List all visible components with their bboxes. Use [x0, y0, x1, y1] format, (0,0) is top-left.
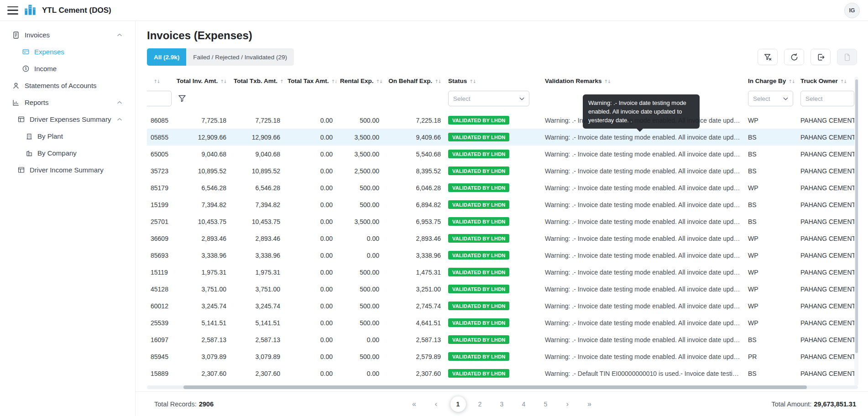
col-header-total-txb-amt[interactable]: Total Txb. Amt.↑↓	[230, 73, 284, 88]
cell-in-charge-by: WP	[744, 264, 797, 281]
col-header-total-tax-amt[interactable]: Total Tax Amt.↑↓	[284, 73, 336, 88]
cell-total-tax-amt: 0.00	[284, 196, 336, 213]
chevron-down-icon	[783, 97, 788, 100]
cell-total-txb-amt: 7,394.82	[230, 196, 284, 213]
cell-truck-owner: PAHANG CEMENT S	[797, 247, 858, 264]
cell-status: VALIDATED BY LHDN	[444, 314, 541, 331]
col-header-status[interactable]: Status↑↓	[444, 73, 541, 88]
cell-total-inv-amt: 7,725.18	[170, 112, 230, 129]
invoice-row[interactable]: 05855 12,909.66 12,909.66 0.00 3,500.00 …	[147, 129, 858, 146]
invoice-row[interactable]: 85945 3,079.89 3,079.89 0.00 500.00 2,57…	[147, 348, 858, 365]
tab-all[interactable]: All (2.9k)	[147, 48, 186, 66]
invoice-row[interactable]: 15119 1,975.31 1,975.31 0.00 500.00 1,47…	[147, 264, 858, 281]
status-badge: VALIDATED BY LHDN	[448, 150, 509, 158]
cell-rental-exp: 3,500.00	[336, 213, 383, 230]
status-badge: VALIDATED BY LHDN	[448, 116, 509, 125]
cell-on-behalf-exp: 9,409.66	[383, 129, 444, 146]
sidebar-item-driver-expenses-summary[interactable]: Driver Expenses Summary	[0, 111, 135, 128]
cell-rental-exp: 0.00	[336, 247, 383, 264]
cell-rental-exp: 3,500.00	[336, 129, 383, 146]
sidebar-item-driver-income-summary[interactable]: Driver Income Summary	[0, 161, 135, 178]
refresh-button[interactable]	[784, 49, 804, 65]
sidebar-item-income[interactable]: $ Income	[0, 60, 135, 77]
invoice-row[interactable]: 16097 2,587.13 2,587.13 0.00 0.00 2,587.…	[147, 331, 858, 348]
invoice-row[interactable]: 25539 5,141.51 5,141.51 0.00 500.00 4,64…	[147, 314, 858, 331]
sidebar-item-by-company[interactable]: By Company	[0, 145, 135, 161]
cell-in-charge-by: BS	[744, 196, 797, 213]
cell-total-tax-amt: 0.00	[284, 247, 336, 264]
validation-remark-tooltip: Warning: .- Invoice date testing mode en…	[583, 94, 700, 129]
col-header-truck-owner[interactable]: Truck Owner↑↓	[797, 73, 858, 88]
col-header-in-charge-by[interactable]: In Charge By↑↓	[744, 73, 797, 88]
filter-funnel-icon[interactable]	[178, 94, 187, 103]
invoice-row[interactable]: 45128 3,751.00 3,751.00 0.00 500.00 3,25…	[147, 281, 858, 297]
id-filter-input[interactable]	[147, 91, 172, 106]
status-badge: VALIDATED BY LHDN	[448, 251, 509, 260]
cell-rental-exp: 500.00	[336, 348, 383, 365]
invoice-row[interactable]: 25701 10,453.75 10,453.75 0.00 3,500.00 …	[147, 213, 858, 230]
filter-off-icon	[763, 53, 772, 62]
page-button-4[interactable]: 4	[516, 396, 532, 412]
sidebar: Invoices Expenses $ Income Statements of…	[0, 21, 136, 416]
user-avatar[interactable]: IG	[844, 3, 860, 18]
sort-icon: ↑↓	[220, 79, 226, 84]
page-button-5[interactable]: 5	[538, 396, 554, 412]
cell-total-tax-amt: 0.00	[284, 365, 336, 382]
cell-total-tax-amt: 0.00	[284, 297, 336, 314]
status-badge: VALIDATED BY LHDN	[448, 268, 509, 276]
col-header-rental-exp[interactable]: Rental Exp.↑↓	[336, 73, 383, 88]
previous-page-button[interactable]: ‹	[429, 396, 444, 412]
cell-total-txb-amt: 2,587.13	[230, 331, 284, 348]
status-badge: VALIDATED BY LHDN	[448, 200, 509, 209]
clear-filters-button[interactable]	[758, 49, 778, 65]
invoice-row[interactable]: 86085 7,725.18 7,725.18 0.00 500.00 7,22…	[147, 112, 858, 129]
cell-total-txb-amt: 1,975.31	[230, 264, 284, 281]
vertical-scrollbar-thumb[interactable]	[855, 79, 858, 353]
cell-total-txb-amt: 5,141.51	[230, 314, 284, 331]
col-header-total-inv-amt[interactable]: Total Inv. Amt.↑↓	[170, 73, 230, 88]
cell-total-txb-amt: 7,725.18	[230, 112, 284, 129]
sidebar-item-reports[interactable]: Reports	[0, 94, 135, 111]
horizontal-scrollbar[interactable]	[147, 385, 858, 389]
status-filter-select[interactable]: Select	[448, 91, 529, 106]
next-page-button[interactable]: ›	[560, 396, 575, 412]
tab-failed-rejected-invalidated[interactable]: Failed / Rejected / Invalidated (29)	[186, 48, 294, 66]
col-header-validation-remarks[interactable]: Validation Remarks↑↓	[541, 73, 744, 88]
cell-status: VALIDATED BY LHDN	[444, 112, 541, 129]
cell-invoice-id: 35723	[147, 162, 170, 179]
sidebar-item-statements-of-accounts[interactable]: Statements of Accounts	[0, 77, 135, 94]
cell-total-txb-amt: 2,893.46	[230, 230, 284, 247]
first-page-button[interactable]: «	[407, 396, 422, 412]
invoices-icon	[12, 31, 20, 39]
invoice-row[interactable]: 85179 6,546.28 6,546.28 0.00 500.00 6,04…	[147, 179, 858, 196]
invoice-row[interactable]: 60012 3,245.74 3,245.74 0.00 500.00 2,74…	[147, 297, 858, 314]
sidebar-item-expenses[interactable]: Expenses	[0, 43, 135, 60]
in-charge-by-filter-select[interactable]: Select	[748, 91, 793, 106]
col-header-id[interactable]: ↑↓	[147, 73, 170, 88]
truck-owner-filter-select[interactable]: Select	[800, 91, 854, 106]
invoice-row[interactable]: 36609 2,893.46 2,893.46 0.00 0.00 2,893.…	[147, 230, 858, 247]
sidebar-item-by-plant[interactable]: By Plant	[0, 128, 135, 145]
invoice-row[interactable]: 85693 3,338.96 3,338.96 0.00 0.00 3,338.…	[147, 247, 858, 264]
invoice-row[interactable]: 65005 9,040.68 9,040.68 0.00 3,500.00 5,…	[147, 146, 858, 162]
cell-total-inv-amt: 3,338.96	[170, 247, 230, 264]
page-button-1[interactable]: 1	[450, 396, 466, 412]
export-button[interactable]	[810, 49, 831, 65]
invoice-row[interactable]: 15199 7,394.82 7,394.82 0.00 500.00 6,89…	[147, 196, 858, 213]
invoice-row[interactable]: 35723 10,895.52 10,895.52 0.00 2,500.00 …	[147, 162, 858, 179]
cell-total-inv-amt: 2,587.13	[170, 331, 230, 348]
hamburger-menu-button[interactable]	[7, 6, 18, 15]
vertical-scrollbar[interactable]	[854, 77, 858, 386]
svg-text:$: $	[25, 67, 27, 71]
cell-truck-owner: PAHANG CEMENT S	[797, 281, 858, 297]
cell-total-txb-amt: 10,895.52	[230, 162, 284, 179]
last-page-button[interactable]: »	[582, 396, 597, 412]
invoice-row[interactable]: 15889 2,307.60 2,307.60 0.00 0.00 2,307.…	[147, 365, 858, 382]
page-button-3[interactable]: 3	[494, 396, 510, 412]
sidebar-item-invoices[interactable]: Invoices	[0, 26, 135, 43]
cell-total-inv-amt: 2,893.46	[170, 230, 230, 247]
cell-on-behalf-exp: 2,307.60	[383, 365, 444, 382]
col-header-on-behalf-exp[interactable]: On Behalf Exp.↑↓	[383, 73, 444, 88]
page-button-2[interactable]: 2	[472, 396, 488, 412]
horizontal-scrollbar-thumb[interactable]	[183, 385, 807, 389]
